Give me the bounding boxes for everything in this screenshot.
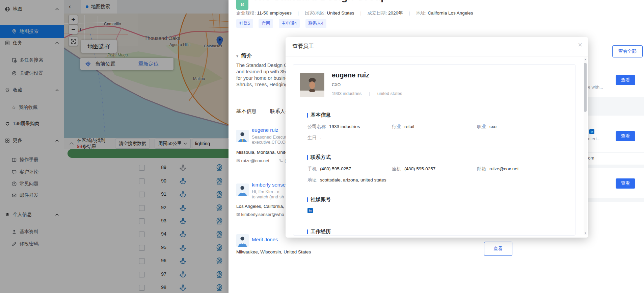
company-tags: 社媒5 官网 有电话4 联系人4 <box>236 19 330 28</box>
contact-avatar <box>236 130 249 142</box>
intro-title: 简介 <box>241 52 252 59</box>
company-info-row: 企业规模: 11-50 employees | 国家/地区: United St… <box>236 10 473 16</box>
section-work-history: 工作经历 <box>307 228 331 235</box>
phone-icon <box>279 158 283 163</box>
tag-website[interactable]: 官网 <box>259 19 273 28</box>
linkedin-icon[interactable]: in <box>307 208 313 213</box>
field-job: 职业cxo <box>477 124 497 130</box>
field-email: 邮箱ruize@cox.net <box>477 166 519 172</box>
collapse-caret-icon: ▾ <box>236 54 238 58</box>
contact-location: Los Angeles, California, <box>236 204 284 209</box>
contact-avatar <box>236 184 249 196</box>
list-divider <box>233 224 291 224</box>
view-employee-modal: 查看员工 × eugene ruiz CXO 1933 industries |… <box>286 37 588 238</box>
scrollbar-thumb[interactable] <box>584 63 587 112</box>
view-employee-button[interactable]: 查看 <box>616 178 635 189</box>
contact-location: Milwaukee, Wisconsin, United States <box>236 249 311 254</box>
employee-card: eugene ruiz CXO 1933 industries | united… <box>293 64 575 236</box>
contact-email-row: ✉ kimberly.senser@who <box>236 212 284 217</box>
field-landline: 座机(480) 595-0257 <box>392 166 435 172</box>
modal-header: 查看员工 × <box>286 37 588 56</box>
field-address: 地址scottsdale, arizona, united states <box>307 177 386 183</box>
section-divider <box>294 189 574 189</box>
contact-location: Missoula, Montana, United <box>236 150 290 155</box>
contact-name-link[interactable]: Merit Jones <box>252 237 278 242</box>
field-company-name: 公司名称1933 industries <box>307 124 360 130</box>
field-mobile: 手机(480) 595-0257 <box>307 166 351 172</box>
contact-email[interactable]: kimberly.senser@who <box>241 212 284 217</box>
employee-company-row: 1933 industries | united states <box>332 91 402 96</box>
field-birthday: 生日- <box>307 135 322 141</box>
contact-email[interactable]: ruize@cox.net <box>241 158 269 163</box>
contact-avatar <box>236 234 249 247</box>
panel-gap <box>587 165 644 168</box>
intro-section-header[interactable]: ▾ 简介 <box>236 52 252 59</box>
mail-icon: ✉ <box>236 212 240 217</box>
view-all-button[interactable]: 查看全部 <box>612 45 643 57</box>
employee-text-fragment: om <box>588 155 594 161</box>
close-icon[interactable]: × <box>578 41 582 49</box>
contact-name-link[interactable]: eugene ruiz <box>252 127 278 133</box>
list-divider <box>233 269 587 269</box>
employee-photo <box>300 73 324 97</box>
tag-contacts[interactable]: 联系人4 <box>305 19 326 28</box>
tag-social[interactable]: 社媒5 <box>236 19 253 28</box>
linkedin-icon[interactable]: in <box>589 129 594 134</box>
company-country-value: United States <box>327 10 354 16</box>
section-social: 社媒账号 <box>307 196 331 203</box>
tag-phone[interactable]: 有电话4 <box>279 19 300 28</box>
employee-name: eugene ruiz <box>332 71 369 79</box>
panel-divider <box>587 152 644 153</box>
scroll-up-arrow[interactable]: ▲ <box>584 58 587 60</box>
section-divider <box>294 147 574 147</box>
panel-gap <box>587 97 644 116</box>
contact-email-row: ✉ ruize@cox.net ( <box>236 158 286 163</box>
company-size-value: 11-50 employees <box>257 10 292 16</box>
scroll-down-arrow[interactable]: ▼ <box>584 232 587 234</box>
company-title: The Standard Design Group <box>252 0 387 3</box>
employee-role: CXO <box>332 82 341 87</box>
tab-basic-info[interactable]: 基本信息 <box>236 108 257 115</box>
contact-name-link[interactable]: kimberly senser <box>252 182 287 188</box>
modal-scrollbar[interactable]: ▲ ▼ <box>584 57 587 235</box>
employee-company: 1933 industries <box>332 91 361 96</box>
view-contact-button[interactable]: 查看 <box>484 242 512 256</box>
employee-text-fragment: e with... <box>588 84 603 90</box>
view-employee-button[interactable]: 查看 <box>616 131 635 141</box>
employee-text-fragment: ntert... <box>588 136 600 141</box>
section-divider <box>294 221 574 221</box>
section-basic-info: 基本信息 <box>307 112 331 118</box>
employee-country: united states <box>377 91 402 96</box>
mail-icon: ✉ <box>236 158 240 163</box>
company-founded-value: 2020年 <box>388 10 403 16</box>
view-employee-button[interactable]: 查看 <box>616 75 635 85</box>
company-avatar: e <box>236 0 248 10</box>
panel-gap <box>587 198 644 202</box>
app-window: 地图 地图搜索 任务 多任务搜索 关键词设置 收藏 ☆ 我的收藏 <box>0 0 644 293</box>
field-industry: 行业retail <box>392 124 414 130</box>
section-contact: 联系方式 <box>307 154 331 161</box>
contact-desc: Hi, I’m Kim - ato watch (and sh <box>252 189 284 199</box>
company-address-value: California Los Angeles <box>428 10 473 16</box>
modal-title: 查看员工 <box>292 43 314 50</box>
